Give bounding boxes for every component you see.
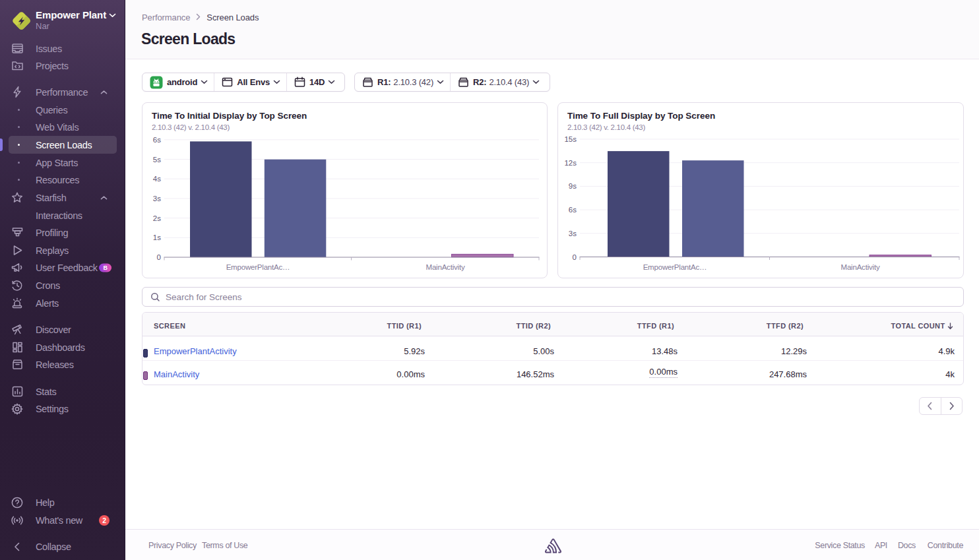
svg-text:4s: 4s: [153, 175, 161, 183]
svg-text:1s: 1s: [153, 233, 161, 241]
svg-text:5s: 5s: [153, 156, 161, 164]
svg-text:12s: 12s: [564, 159, 577, 167]
svg-text:EmpowerPlantAc…: EmpowerPlantAc…: [226, 263, 290, 271]
svg-text:6s: 6s: [569, 206, 577, 214]
svg-text:9s: 9s: [569, 182, 577, 190]
svg-text:2s: 2s: [153, 214, 161, 222]
svg-text:3s: 3s: [153, 195, 161, 202]
svg-text:EmpowerPlantAc…: EmpowerPlantAc…: [643, 263, 707, 271]
svg-text:3s: 3s: [569, 230, 577, 237]
svg-text:15s: 15s: [564, 135, 577, 143]
svg-text:0: 0: [157, 253, 161, 261]
svg-text:6s: 6s: [153, 136, 161, 144]
svg-text:0: 0: [573, 253, 577, 261]
svg-text:MainActivity: MainActivity: [426, 263, 465, 271]
svg-text:MainActivity: MainActivity: [841, 263, 880, 271]
